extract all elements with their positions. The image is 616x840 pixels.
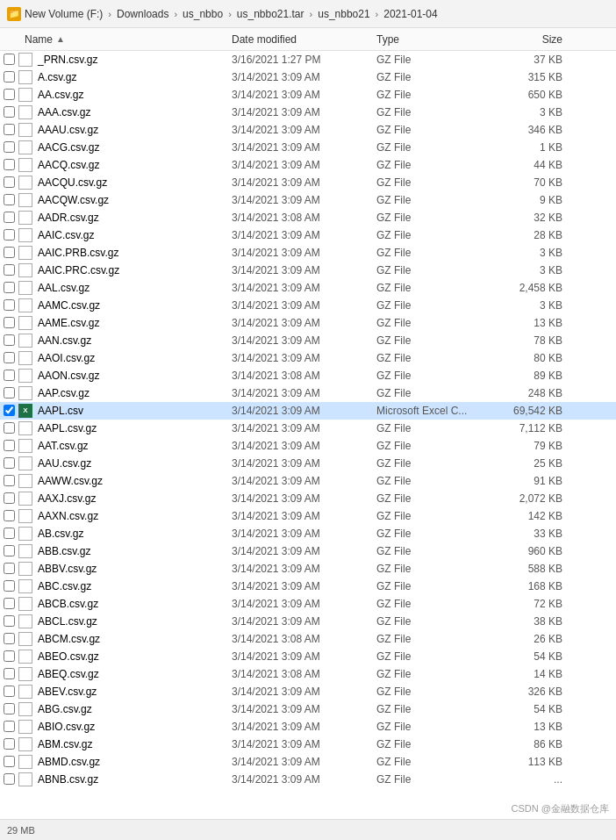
table-row[interactable]: _PRN.csv.gz 3/16/2021 1:27 PM GZ File 37… bbox=[0, 51, 616, 68]
file-checkbox[interactable] bbox=[4, 89, 15, 100]
table-row[interactable]: ABMD.csv.gz 3/14/2021 3:09 AM GZ File 11… bbox=[0, 753, 616, 771]
table-row[interactable]: ABEO.csv.gz 3/14/2021 3:09 AM GZ File 54… bbox=[0, 648, 616, 665]
breadcrumb-downloads[interactable]: Downloads bbox=[117, 8, 168, 20]
table-row[interactable]: ABEQ.csv.gz 3/14/2021 3:08 AM GZ File 14… bbox=[0, 665, 616, 683]
file-checkbox[interactable] bbox=[4, 54, 15, 65]
table-row[interactable]: AACQW.csv.gz 3/14/2021 3:09 AM GZ File 9… bbox=[0, 191, 616, 209]
file-checkbox[interactable] bbox=[4, 387, 15, 398]
col-header-date[interactable]: Date modified bbox=[232, 33, 376, 46]
table-row[interactable]: AAA.csv.gz 3/14/2021 3:09 AM GZ File 3 K… bbox=[0, 104, 616, 121]
file-checkbox[interactable] bbox=[4, 703, 15, 714]
table-row[interactable]: AAIC.PRB.csv.gz 3/14/2021 3:09 AM GZ Fil… bbox=[0, 244, 616, 262]
file-checkbox[interactable] bbox=[4, 370, 15, 381]
file-checkbox[interactable] bbox=[4, 545, 15, 556]
table-row[interactable]: AAL.csv.gz 3/14/2021 3:09 AM GZ File 2,4… bbox=[0, 279, 616, 297]
table-row[interactable]: ABBV.csv.gz 3/14/2021 3:09 AM GZ File 58… bbox=[0, 560, 616, 578]
table-row[interactable]: AAAU.csv.gz 3/14/2021 3:09 AM GZ File 34… bbox=[0, 121, 616, 139]
file-checkbox[interactable] bbox=[4, 580, 15, 592]
table-row[interactable]: AACG.csv.gz 3/14/2021 3:09 AM GZ File 1 … bbox=[0, 139, 616, 156]
breadcrumb-us-nbbo21[interactable]: us_nbbo21 bbox=[318, 8, 369, 20]
table-row[interactable]: ABC.csv.gz 3/14/2021 3:09 AM GZ File 168… bbox=[0, 578, 616, 595]
table-row[interactable]: AACQ.csv.gz 3/14/2021 3:09 AM GZ File 44… bbox=[0, 156, 616, 174]
col-header-name[interactable]: Name ▲ bbox=[4, 33, 232, 46]
breadcrumb-new-volume[interactable]: New Volume (F:) bbox=[25, 8, 103, 20]
table-row[interactable]: ABM.csv.gz 3/14/2021 3:09 AM GZ File 86 … bbox=[0, 736, 616, 753]
file-checkbox[interactable] bbox=[4, 686, 15, 697]
file-checkbox[interactable] bbox=[4, 282, 15, 293]
file-checkbox[interactable] bbox=[4, 299, 15, 311]
file-checkbox[interactable] bbox=[4, 159, 15, 170]
table-row[interactable]: AB.csv.gz 3/14/2021 3:09 AM GZ File 33 K… bbox=[0, 525, 616, 542]
file-checkbox[interactable] bbox=[4, 334, 15, 346]
file-checkbox[interactable] bbox=[4, 264, 15, 276]
file-checkbox[interactable] bbox=[4, 615, 15, 627]
table-row[interactable]: AAON.csv.gz 3/14/2021 3:08 AM GZ File 89… bbox=[0, 367, 616, 384]
file-checkbox[interactable] bbox=[4, 598, 15, 609]
file-size: 315 KB bbox=[482, 71, 569, 83]
file-size: 13 KB bbox=[482, 721, 569, 733]
breadcrumb-us-nbbo[interactable]: us_nbbo bbox=[183, 8, 223, 20]
file-date: 3/14/2021 3:09 AM bbox=[232, 247, 376, 259]
file-checkbox[interactable] bbox=[4, 738, 15, 750]
table-row[interactable]: A.csv.gz 3/14/2021 3:09 AM GZ File 315 K… bbox=[0, 68, 616, 86]
file-checkbox[interactable] bbox=[4, 422, 15, 434]
breadcrumb-tar[interactable]: us_nbbo21.tar bbox=[237, 8, 304, 20]
table-row[interactable]: AA.csv.gz 3/14/2021 3:09 AM GZ File 650 … bbox=[0, 86, 616, 104]
file-checkbox[interactable] bbox=[4, 721, 15, 732]
table-row[interactable]: ABCB.csv.gz 3/14/2021 3:09 AM GZ File 72… bbox=[0, 595, 616, 613]
file-checkbox[interactable] bbox=[4, 773, 15, 785]
col-header-size[interactable]: Size bbox=[482, 33, 569, 46]
table-row[interactable]: ABCL.csv.gz 3/14/2021 3:09 AM GZ File 38… bbox=[0, 613, 616, 630]
table-row[interactable]: AAP.csv.gz 3/14/2021 3:09 AM GZ File 248… bbox=[0, 384, 616, 402]
file-checkbox[interactable] bbox=[4, 563, 15, 574]
table-row[interactable]: ABG.csv.gz 3/14/2021 3:09 AM GZ File 54 … bbox=[0, 700, 616, 718]
table-row[interactable]: AAPL.csv.gz 3/14/2021 3:09 AM GZ File 7,… bbox=[0, 420, 616, 437]
table-row[interactable]: AAXJ.csv.gz 3/14/2021 3:09 AM GZ File 2,… bbox=[0, 490, 616, 507]
table-row[interactable]: AAMC.csv.gz 3/14/2021 3:09 AM GZ File 3 … bbox=[0, 297, 616, 314]
file-checkbox[interactable] bbox=[4, 124, 15, 135]
file-checkbox[interactable] bbox=[4, 440, 15, 451]
table-row[interactable]: AADR.csv.gz 3/14/2021 3:08 AM GZ File 32… bbox=[0, 209, 616, 226]
table-row[interactable]: X AAPL.csv 3/14/2021 3:09 AM Microsoft E… bbox=[0, 402, 616, 420]
table-row[interactable]: AACQU.csv.gz 3/14/2021 3:09 AM GZ File 7… bbox=[0, 174, 616, 191]
col-header-type[interactable]: Type bbox=[376, 33, 482, 46]
file-checkbox[interactable] bbox=[4, 317, 15, 328]
file-checkbox[interactable] bbox=[4, 510, 15, 521]
table-row[interactable]: ABNB.csv.gz 3/14/2021 3:09 AM GZ File ..… bbox=[0, 771, 616, 788]
table-row[interactable]: ABIO.csv.gz 3/14/2021 3:09 AM GZ File 13… bbox=[0, 718, 616, 736]
file-checkbox[interactable] bbox=[4, 229, 15, 241]
table-row[interactable]: AAWW.csv.gz 3/14/2021 3:09 AM GZ File 91… bbox=[0, 472, 616, 490]
file-checkbox[interactable] bbox=[4, 194, 15, 205]
file-checkbox[interactable] bbox=[4, 475, 15, 486]
table-row[interactable]: AAN.csv.gz 3/14/2021 3:09 AM GZ File 78 … bbox=[0, 332, 616, 349]
file-checkbox[interactable] bbox=[4, 176, 15, 188]
file-checkbox[interactable] bbox=[4, 71, 15, 83]
table-row[interactable]: AAIC.csv.gz 3/14/2021 3:09 AM GZ File 28… bbox=[0, 226, 616, 244]
file-checkbox[interactable] bbox=[4, 352, 15, 363]
table-row[interactable]: ABB.csv.gz 3/14/2021 3:09 AM GZ File 960… bbox=[0, 542, 616, 560]
file-checkbox[interactable] bbox=[4, 247, 15, 258]
table-row[interactable]: AAME.csv.gz 3/14/2021 3:09 AM GZ File 13… bbox=[0, 314, 616, 332]
file-checkbox[interactable] bbox=[4, 668, 15, 679]
file-checkbox[interactable] bbox=[4, 106, 15, 118]
file-checkbox[interactable] bbox=[4, 528, 15, 539]
table-row[interactable]: AAXN.csv.gz 3/14/2021 3:09 AM GZ File 14… bbox=[0, 507, 616, 525]
table-row[interactable]: AAU.csv.gz 3/14/2021 3:09 AM GZ File 25 … bbox=[0, 455, 616, 472]
table-row[interactable]: AAT.csv.gz 3/14/2021 3:09 AM GZ File 79 … bbox=[0, 437, 616, 455]
file-checkbox[interactable] bbox=[4, 492, 15, 504]
file-checkbox[interactable] bbox=[4, 405, 15, 416]
file-checkbox[interactable] bbox=[4, 756, 15, 767]
table-row[interactable]: AAIC.PRC.csv.gz 3/14/2021 3:09 AM GZ Fil… bbox=[0, 262, 616, 279]
table-row[interactable]: ABCM.csv.gz 3/14/2021 3:08 AM GZ File 26… bbox=[0, 630, 616, 648]
table-row[interactable]: AAOI.csv.gz 3/14/2021 3:09 AM GZ File 80… bbox=[0, 349, 616, 367]
file-checkbox[interactable] bbox=[4, 633, 15, 644]
file-checkbox[interactable] bbox=[4, 212, 15, 223]
file-checkbox[interactable] bbox=[4, 457, 15, 469]
file-size: 89 KB bbox=[482, 370, 569, 382]
file-checkbox[interactable] bbox=[4, 141, 15, 153]
file-date: 3/14/2021 3:09 AM bbox=[232, 124, 376, 136]
file-icon bbox=[18, 351, 32, 365]
file-checkbox[interactable] bbox=[4, 650, 15, 662]
breadcrumb-date[interactable]: 2021-01-04 bbox=[383, 8, 437, 20]
table-row[interactable]: ABEV.csv.gz 3/14/2021 3:09 AM GZ File 32… bbox=[0, 683, 616, 700]
